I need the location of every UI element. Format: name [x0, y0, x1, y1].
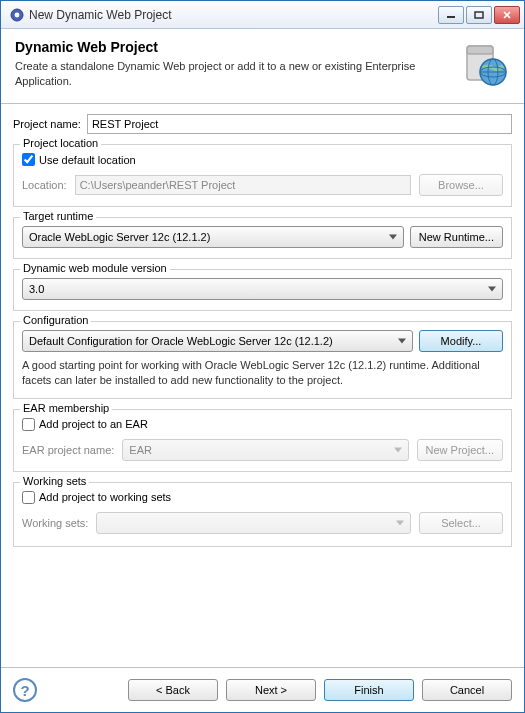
- module-version-select[interactable]: 3.0: [22, 278, 503, 300]
- project-location-group: Project location Use default location Lo…: [13, 144, 512, 207]
- group-title-runtime: Target runtime: [20, 210, 96, 222]
- ear-name-label: EAR project name:: [22, 444, 114, 456]
- use-default-location-label: Use default location: [39, 154, 136, 166]
- target-runtime-select[interactable]: Oracle WebLogic Server 12c (12.1.2): [22, 226, 404, 248]
- use-default-location-checkbox[interactable]: [22, 153, 35, 166]
- ear-group: EAR membership Add project to an EAR EAR…: [13, 409, 512, 472]
- svg-point-1: [15, 12, 20, 17]
- modify-button[interactable]: Modify...: [419, 330, 503, 352]
- banner-title: Dynamic Web Project: [15, 39, 460, 55]
- dialog-window: New Dynamic Web Project Dynamic Web Proj…: [0, 0, 525, 713]
- add-to-working-sets-label: Add project to working sets: [39, 491, 171, 503]
- group-title-working-sets: Working sets: [20, 475, 89, 487]
- banner-description: Create a standalone Dynamic Web project …: [15, 59, 460, 89]
- group-title-configuration: Configuration: [20, 314, 91, 326]
- working-sets-select: [96, 512, 411, 534]
- content-area: Project name: Project location Use defau…: [1, 104, 524, 667]
- app-icon: [9, 7, 25, 23]
- banner: Dynamic Web Project Create a standalone …: [1, 29, 524, 104]
- help-icon[interactable]: ?: [13, 678, 37, 702]
- titlebar[interactable]: New Dynamic Web Project: [1, 1, 524, 29]
- project-name-input[interactable]: [87, 114, 512, 134]
- configuration-group: Configuration Default Configuration for …: [13, 321, 512, 399]
- close-button[interactable]: [494, 6, 520, 24]
- maximize-button[interactable]: [466, 6, 492, 24]
- working-sets-label: Working sets:: [22, 517, 88, 529]
- module-version-value: 3.0: [29, 283, 44, 295]
- group-title-location: Project location: [20, 137, 101, 149]
- new-ear-project-button: New Project...: [417, 439, 503, 461]
- svg-rect-7: [467, 46, 493, 54]
- working-sets-group: Working sets Add project to working sets…: [13, 482, 512, 547]
- back-button[interactable]: < Back: [128, 679, 218, 701]
- ear-name-value: EAR: [129, 444, 152, 456]
- select-working-sets-button: Select...: [419, 512, 503, 534]
- location-label: Location:: [22, 179, 67, 191]
- next-button[interactable]: Next >: [226, 679, 316, 701]
- configuration-select[interactable]: Default Configuration for Oracle WebLogi…: [22, 330, 413, 352]
- project-name-label: Project name:: [13, 118, 81, 130]
- browse-button: Browse...: [419, 174, 503, 196]
- target-runtime-value: Oracle WebLogic Server 12c (12.1.2): [29, 231, 210, 243]
- configuration-value: Default Configuration for Oracle WebLogi…: [29, 335, 333, 347]
- window-title: New Dynamic Web Project: [29, 8, 438, 22]
- location-input: [75, 175, 411, 195]
- add-to-working-sets-checkbox[interactable]: [22, 491, 35, 504]
- configuration-description: A good starting point for working with O…: [22, 358, 503, 388]
- cancel-button[interactable]: Cancel: [422, 679, 512, 701]
- group-title-module-version: Dynamic web module version: [20, 262, 170, 274]
- ear-name-select: EAR: [122, 439, 408, 461]
- globe-jar-icon: [460, 39, 510, 89]
- group-title-ear: EAR membership: [20, 402, 112, 414]
- target-runtime-group: Target runtime Oracle WebLogic Server 12…: [13, 217, 512, 259]
- footer: ? < Back Next > Finish Cancel: [1, 667, 524, 712]
- minimize-button[interactable]: [438, 6, 464, 24]
- svg-rect-3: [475, 12, 483, 18]
- new-runtime-button[interactable]: New Runtime...: [410, 226, 503, 248]
- add-to-ear-checkbox[interactable]: [22, 418, 35, 431]
- module-version-group: Dynamic web module version 3.0: [13, 269, 512, 311]
- finish-button[interactable]: Finish: [324, 679, 414, 701]
- add-to-ear-label: Add project to an EAR: [39, 418, 148, 430]
